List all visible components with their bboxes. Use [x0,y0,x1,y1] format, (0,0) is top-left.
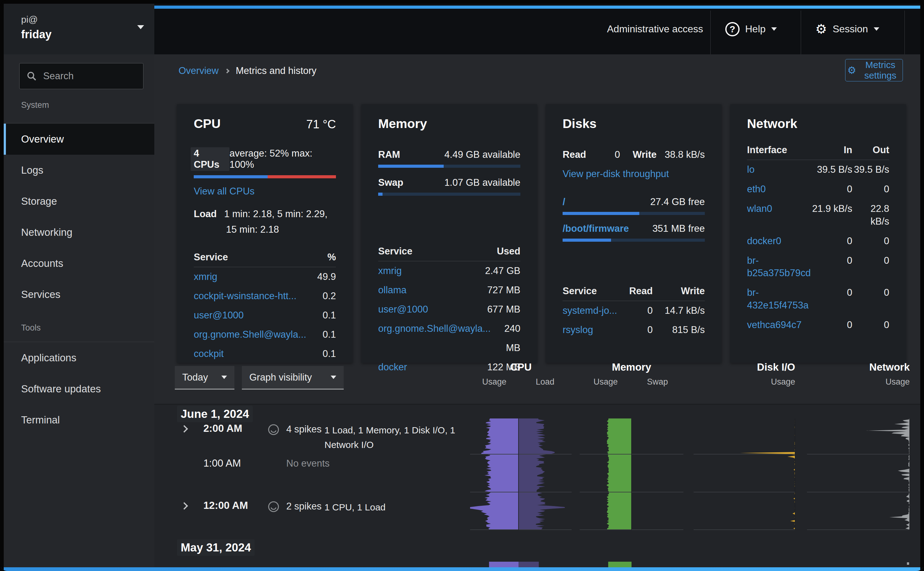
chevron-down-icon [331,376,336,379]
sidebar-item-terminal[interactable]: Terminal [4,404,154,435]
sidebar-item-logs[interactable]: Logs [4,155,154,186]
masthead-separator [710,11,711,55]
interface-link[interactable]: lo [747,164,811,176]
sidebar-item-services[interactable]: Services [4,279,154,310]
help-label: Help [745,23,765,35]
table-row: eth000 [747,179,889,199]
disks-read-value: 0 [615,149,620,160]
service-link[interactable]: rsyslog [563,320,621,340]
admin-access-label: Administrative access [607,23,703,35]
service-link[interactable]: org.gnome.Shell@wayla... [378,319,491,338]
table-row: br-432e15f4753a00 [747,283,889,315]
service-link[interactable]: org.gnome.Shell@wayla... [194,325,323,344]
service-link[interactable]: xmrig [194,267,317,286]
event-description: 1 Load, 1 Memory, 1 Disk I/O, 1 Network … [325,423,463,452]
gauge-icon [267,423,280,436]
ram-available: 4.49 GB available [444,149,521,160]
sidebar-item-storage[interactable]: Storage [4,186,154,217]
table-row: ollama727 MB [378,281,521,300]
help-menu[interactable]: ? Help [725,4,777,54]
table-row: user@10000.1 [194,306,336,325]
admin-access-button[interactable]: Administrative access [607,4,703,54]
column-header-memory: Memory [580,361,683,373]
graph-mem[interactable] [580,418,683,530]
table-row: docker000 [747,231,889,251]
chevron-down-icon [874,27,879,31]
masthead-separator [904,11,905,55]
swap-usage-bar [378,193,521,196]
network-card-title: Network [747,116,797,131]
graph-cpu[interactable] [470,418,571,530]
graph-net-prev-day [807,562,910,567]
expand-toggle[interactable] [182,426,187,433]
table-row: br-b25a375b79cd00 [747,251,889,283]
masthead-separator [801,11,801,55]
graph-disk[interactable] [694,418,795,530]
swap-available: 1.07 GB available [444,177,521,188]
network-interface-table: InterfaceInOut lo39.5 B/s39.5 B/s eth000… [747,140,889,335]
sidebar: System Overview Logs Storage Networking … [4,54,154,571]
service-link[interactable]: cockpit-wsinstance-htt... [194,286,323,306]
column-header-cpu: CPU [470,361,571,373]
table-row: wlan021.9 kB/s22.8 kB/s [747,199,889,231]
cpu-load: Load1 min: 2.18, 5 min: 2.29, 15 min: 2.… [194,206,336,237]
sidebar-item-overview[interactable]: Overview [4,123,154,155]
session-menu[interactable]: ⚙ Session [815,4,879,54]
column-sub-network-usage: Usage [807,377,910,387]
day-header: May 31, 2024 [177,541,255,554]
service-link[interactable]: user@1000 [194,306,323,325]
breadcrumb: Overview Metrics and history [179,65,316,76]
screen: pi@ friday Administrative access ? Help … [0,0,924,571]
nav-section-system: System [21,100,49,110]
event-time: 12:00 AM [203,500,248,511]
interface-link[interactable]: eth0 [747,183,811,196]
brand-user: pi@ [21,14,38,25]
service-link[interactable]: xmrig [378,261,485,281]
interface-link[interactable]: wlan0 [747,202,811,215]
expand-toggle[interactable] [182,503,187,510]
gear-icon: ⚙ [815,23,827,36]
sidebar-item-networking[interactable]: Networking [4,217,154,248]
service-link[interactable]: user@1000 [378,300,487,319]
table-row: user@1000677 MB [378,300,521,319]
table-row: xmrig49.9 [194,267,336,286]
graph-net[interactable] [807,418,910,530]
service-link[interactable]: ollama [378,281,487,300]
per-disk-throughput-link[interactable]: View per-disk throughput [563,168,669,179]
mount-boot-link[interactable]: /boot/firmware [563,223,629,234]
interface-link[interactable]: br-b25a375b79cd [747,255,811,280]
sidebar-item-software-updates[interactable]: Software updates [4,373,154,404]
chevron-right-icon [225,68,230,73]
table-row: xmrig2.47 GB [378,261,521,281]
mount-root-link[interactable]: / [563,196,565,208]
interface-link[interactable]: vethca694c7 [747,319,811,332]
search-icon [26,71,37,82]
window-frame [920,0,924,571]
time-range-select[interactable]: Today [175,366,234,390]
chevron-down-icon [221,376,227,379]
graph-visibility-select[interactable]: Graph visibility [242,366,344,390]
service-link[interactable]: systemd-jo... [563,301,621,320]
interface-link[interactable]: br-432e15f4753a [747,286,811,312]
column-sub-memory-usage: Usage [580,377,631,387]
metrics-settings-button[interactable]: ⚙ Metrics settings [845,59,903,82]
sidebar-item-accounts[interactable]: Accounts [4,248,154,279]
sidebar-item-applications[interactable]: Applications [4,343,154,373]
table-row: lo39.5 B/s39.5 B/s [747,160,889,179]
breadcrumb-overview-link[interactable]: Overview [179,65,219,76]
host-switcher[interactable]: pi@ friday [4,4,154,54]
graph-cpu-prev-day [470,562,571,567]
search-input[interactable] [43,70,136,82]
column-header-network: Network [807,361,910,373]
cpu-temperature: 71 °C [306,118,336,131]
disks-read-label: Read [563,149,586,160]
search-box [19,63,143,89]
service-link[interactable]: cockpit [194,344,323,363]
view-all-cpus-link[interactable]: View all CPUs [194,186,255,197]
interface-link[interactable]: docker0 [747,235,811,248]
disks-write-value: 38.8 kB/s [665,149,705,160]
ram-usage-bar [378,165,521,168]
table-row: rsyslog0815 B/s [563,320,705,340]
mount-root-free: 27.4 GB free [650,196,705,208]
help-icon: ? [725,22,739,36]
